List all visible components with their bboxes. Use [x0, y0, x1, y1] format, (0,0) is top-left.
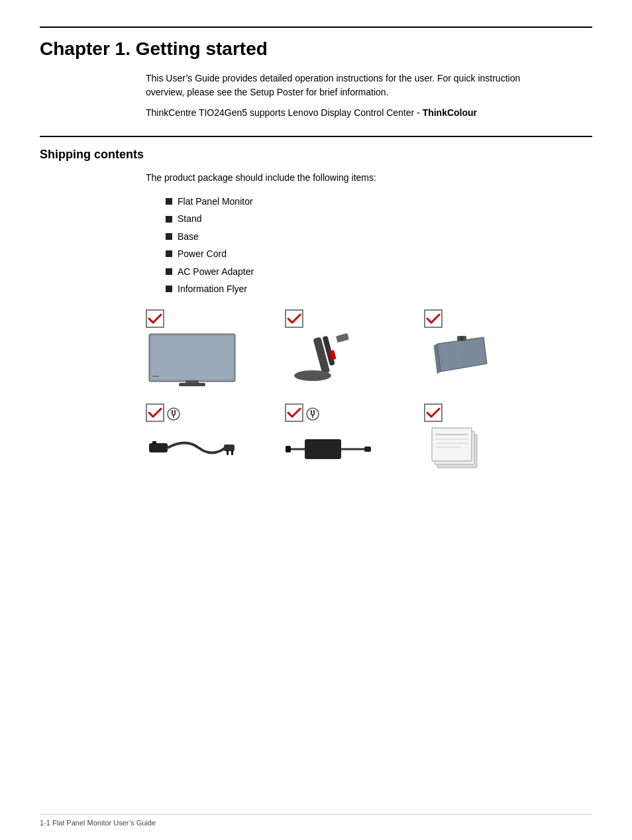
svg-rect-27: [227, 450, 229, 455]
svg-rect-2: [151, 336, 233, 380]
bullet-icon: [166, 216, 172, 223]
bullet-icon: [166, 198, 172, 205]
section-divider: [40, 136, 592, 137]
item-label: Information Flyer: [178, 282, 247, 296]
svg-marker-13: [437, 337, 487, 372]
plug-icon: [306, 407, 319, 421]
svg-rect-28: [231, 450, 233, 455]
checkbox-icon: [146, 309, 164, 328]
product-power-cord: [146, 403, 265, 474]
list-item: Flat Panel Monitor: [166, 194, 592, 209]
bullet-icon: [166, 233, 172, 240]
info-flyer-illustration: [424, 425, 490, 474]
checkbox-icon: [424, 309, 443, 328]
checkbox-icon: [424, 403, 443, 422]
item-label: Power Cord: [178, 246, 227, 261]
item-label: Base: [178, 229, 199, 244]
checkbox-icon: [285, 309, 303, 328]
list-item: Information Flyer: [166, 282, 592, 296]
shipping-items-list: Flat Panel Monitor Stand Base Power Cord…: [166, 194, 592, 296]
product-header: [424, 309, 443, 331]
section-intro: The product package should include the f…: [146, 171, 592, 185]
checkbox-icon: [146, 403, 164, 422]
product-base: [424, 309, 543, 390]
intro-paragraph2-text: ThinkCentre TIO24Gen5 supports Lenovo Di…: [146, 107, 423, 118]
bullet-icon: [166, 286, 172, 292]
svg-rect-4: [179, 383, 205, 386]
list-item: AC Power Adapter: [166, 264, 592, 279]
svg-point-9: [294, 370, 331, 381]
item-label: Stand: [178, 211, 202, 226]
svg-rect-38: [364, 446, 371, 452]
item-label: Flat Panel Monitor: [178, 194, 253, 209]
svg-point-30: [307, 408, 319, 420]
page: Chapter 1. Getting started This User’s G…: [0, 0, 632, 840]
item-label: AC Power Adapter: [178, 264, 254, 279]
svg-rect-31: [311, 410, 312, 413]
svg-rect-25: [152, 441, 156, 444]
svg-rect-21: [172, 410, 173, 413]
section-title: Shipping contents: [40, 148, 592, 162]
footer-text: 1-1 Flat Panel Monitor User’s Guide: [40, 819, 156, 827]
list-item: Stand: [166, 211, 592, 226]
power-cord-illustration: [146, 425, 238, 471]
list-item: Power Cord: [166, 246, 592, 261]
product-stand: [285, 309, 404, 390]
bullet-icon: [166, 250, 172, 257]
svg-rect-24: [149, 443, 168, 452]
product-header: [285, 309, 303, 331]
product-monitor: [146, 309, 265, 390]
intro-paragraph2: ThinkCentre TIO24Gen5 supports Lenovo Di…: [146, 106, 530, 120]
page-footer: 1-1 Flat Panel Monitor User’s Guide: [40, 814, 592, 827]
svg-rect-22: [174, 410, 176, 413]
bullet-icon: [166, 268, 172, 275]
ac-adapter-illustration: [285, 425, 371, 471]
svg-rect-36: [286, 446, 291, 452]
svg-rect-34: [305, 439, 341, 459]
chapter-title: Chapter 1. Getting started: [40, 38, 592, 60]
thinkcolour-label: ThinkColour: [423, 107, 477, 118]
svg-rect-42: [432, 428, 472, 461]
product-info-flyer: [424, 403, 543, 474]
product-header: [285, 403, 319, 425]
product-header: [146, 403, 180, 425]
svg-point-20: [168, 408, 180, 420]
svg-rect-11: [336, 333, 349, 342]
product-ac-adapter: [285, 403, 404, 474]
product-header: [424, 403, 443, 425]
top-rule: [40, 26, 592, 28]
products-grid: [146, 309, 592, 474]
svg-rect-5: [152, 376, 159, 377]
product-header: [146, 309, 164, 331]
intro-paragraph1: This User’s Guide provides detailed oper…: [146, 72, 530, 99]
checkbox-icon: [285, 403, 303, 422]
list-item: Base: [166, 229, 592, 244]
plug-icon: [167, 407, 180, 421]
base-illustration: [424, 331, 497, 387]
stand-illustration: [285, 331, 371, 384]
monitor-illustration: [146, 331, 238, 390]
svg-rect-32: [313, 410, 315, 413]
svg-point-18: [460, 337, 464, 341]
